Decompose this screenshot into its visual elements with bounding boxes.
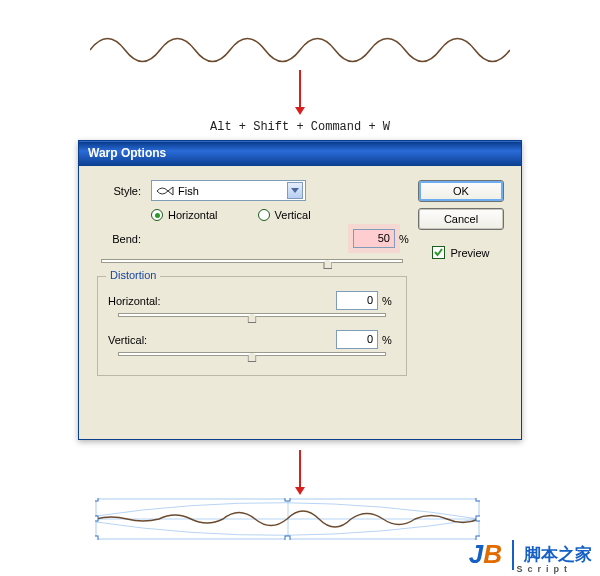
distortion-horizontal-label: Horizontal:: [108, 295, 178, 307]
svg-rect-7: [476, 516, 480, 521]
watermark-j: J: [469, 539, 483, 570]
wave-illustration-before: [90, 30, 510, 70]
arrow-down-icon: [299, 70, 301, 108]
fish-icon: [156, 184, 174, 198]
distortion-group: Distortion Horizontal: 0 % Vertical: 0 %: [97, 276, 407, 376]
distortion-horizontal-unit: %: [382, 295, 396, 307]
svg-rect-9: [285, 536, 290, 540]
ok-button[interactable]: OK: [418, 180, 504, 202]
distortion-vertical-label: Vertical:: [108, 334, 178, 346]
preview-label: Preview: [450, 247, 489, 259]
bend-unit: %: [399, 233, 413, 245]
style-select-value: Fish: [178, 185, 283, 197]
svg-rect-4: [285, 498, 290, 501]
orientation-horizontal-label: Horizontal: [168, 209, 218, 221]
dialog-titlebar[interactable]: Warp Options: [79, 141, 521, 166]
svg-rect-8: [95, 536, 98, 540]
svg-rect-3: [95, 498, 98, 501]
distortion-horizontal-slider[interactable]: [118, 310, 386, 324]
preview-checkbox[interactable]: Preview: [432, 246, 489, 259]
bend-slider[interactable]: [101, 256, 403, 270]
orientation-horizontal-radio[interactable]: Horizontal: [151, 209, 218, 221]
cancel-button[interactable]: Cancel: [418, 208, 504, 230]
arrow-down-icon: [299, 450, 301, 488]
orientation-vertical-radio[interactable]: Vertical: [258, 209, 311, 221]
checkbox-checked-icon: [432, 246, 445, 259]
watermark-b: B: [483, 539, 502, 570]
orientation-vertical-label: Vertical: [275, 209, 311, 221]
radio-checked-icon: [151, 209, 163, 221]
chevron-down-icon[interactable]: [287, 182, 303, 199]
distortion-vertical-unit: %: [382, 334, 396, 346]
radio-unchecked-icon: [258, 209, 270, 221]
distortion-legend: Distortion: [106, 269, 160, 281]
watermark-text: 脚本之家: [524, 543, 592, 566]
bend-label: Bend:: [91, 233, 141, 245]
svg-rect-6: [95, 516, 98, 521]
distortion-vertical-slider[interactable]: [118, 349, 386, 363]
distortion-vertical-input[interactable]: 0: [336, 330, 378, 349]
style-select[interactable]: Fish: [151, 180, 306, 201]
bend-input[interactable]: 50: [353, 229, 395, 248]
wave-illustration-after: [95, 498, 480, 540]
watermark-logo: J B 脚本之家 Script: [469, 539, 592, 570]
style-label: Style:: [91, 185, 141, 197]
watermark-sub: Script: [516, 564, 572, 574]
warp-options-dialog: Warp Options Style: Fish Horizont: [78, 140, 522, 440]
keyboard-shortcut: Alt + Shift + Command + W: [0, 120, 600, 134]
svg-rect-5: [476, 498, 480, 501]
distortion-horizontal-input[interactable]: 0: [336, 291, 378, 310]
